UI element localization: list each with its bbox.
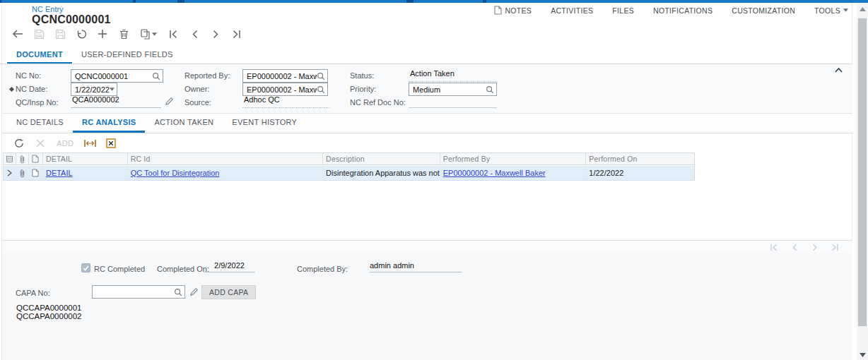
add-row-button[interactable]: ADD: [51, 136, 79, 151]
export-excel-icon[interactable]: [100, 136, 122, 151]
grid-next-page-button[interactable]: [804, 241, 825, 253]
copy-paste-button[interactable]: [134, 26, 163, 42]
top-strip-tick: [177, 0, 184, 3]
rc-completed-checkbox[interactable]: [81, 263, 90, 272]
nc-date-label: NC Date:: [16, 85, 47, 93]
search-icon[interactable]: [486, 85, 494, 94]
row-description: Disintegration Apparatus was not calibr.…: [323, 166, 440, 180]
qc-insp-no-label: QC/Insp No:: [16, 98, 59, 107]
grid-first-page-button[interactable]: [763, 241, 784, 253]
tools-button[interactable]: TOOLS: [814, 6, 848, 15]
notifications-button[interactable]: NOTIFICATIONS: [653, 6, 712, 15]
performed-by-link[interactable]: EP00000002 - Maxwell Baker: [443, 169, 546, 177]
nc-date-input[interactable]: 1/22/2022: [71, 83, 117, 96]
tab-nc-details[interactable]: NC DETAILS: [7, 114, 73, 133]
search-icon[interactable]: [152, 72, 160, 80]
tab-rc-analysis[interactable]: RC ANALYSIS: [73, 114, 145, 133]
nc-no-input[interactable]: QCNC0000001: [71, 69, 163, 83]
files-button[interactable]: FILES: [612, 6, 634, 15]
grid-pagination: [763, 241, 845, 253]
previous-record-button[interactable]: [184, 26, 205, 42]
note-icon: [494, 6, 502, 15]
customization-label: CUSTOMIZATION: [732, 6, 795, 15]
add-capa-button[interactable]: ADD CAPA: [201, 285, 256, 299]
refresh-button[interactable]: [8, 136, 30, 151]
tab-event-history[interactable]: EVENT HISTORY: [223, 114, 306, 133]
files-label: FILES: [612, 6, 634, 15]
column-header-detail[interactable]: DETAIL: [43, 153, 128, 164]
grid-row[interactable]: DETAIL QC Tool for Disintegration Disint…: [3, 166, 695, 181]
grid-prev-page-button[interactable]: [784, 241, 804, 253]
row-note-icon[interactable]: [29, 166, 43, 180]
chevron-down-icon[interactable]: [110, 88, 115, 91]
grid-header-row: DETAIL RC Id Description Performed By Pe…: [3, 152, 695, 165]
tab-action-taken[interactable]: ACTION TAKEN: [145, 114, 223, 133]
column-header-performed-on[interactable]: Performed On: [586, 153, 694, 164]
attachment-column-icon: [16, 153, 29, 164]
last-record-button[interactable]: [226, 26, 247, 42]
delete-row-button[interactable]: [30, 136, 51, 151]
breadcrumb[interactable]: NC Entry: [32, 5, 64, 13]
activities-button[interactable]: ACTIVITIES: [551, 6, 593, 15]
detail-link[interactable]: DETAIL: [46, 169, 73, 177]
nc-ref-doc-no-field[interactable]: [409, 95, 497, 108]
cancel-undo-button[interactable]: [71, 26, 92, 42]
edit-pencil-icon[interactable]: [189, 287, 199, 296]
priority-input[interactable]: Medium: [409, 83, 497, 96]
notes-button[interactable]: NOTES: [494, 6, 532, 15]
owner-input[interactable]: EP00000002 - Maxwell Bak: [242, 83, 328, 96]
source-value: Adhoc QC: [244, 95, 280, 104]
back-button[interactable]: [7, 26, 28, 42]
row-expand-icon[interactable]: [4, 166, 16, 180]
reported-by-input[interactable]: EP00000002 - Maxwell Bak: [242, 69, 328, 83]
row-settings-icon[interactable]: [4, 153, 16, 164]
top-strip-tick: [133, 0, 136, 3]
collapse-summary-button[interactable]: [835, 68, 843, 73]
scrollbar-thumb[interactable]: [858, 18, 867, 326]
scroll-up-button[interactable]: [859, 6, 866, 13]
fit-width-icon[interactable]: [79, 136, 100, 151]
completed-by-value: admin admin: [370, 258, 462, 272]
completed-on-label: Completed On:: [157, 265, 209, 273]
column-header-rc-id[interactable]: RC Id: [128, 153, 323, 164]
rc-id-link[interactable]: QC Tool for Disintegration: [131, 169, 220, 177]
document-summary-form: NC No: QCNC0000001 NC Date: 1/22/2022 QC…: [2, 64, 852, 114]
edit-pencil-icon[interactable]: [165, 97, 174, 106]
reported-by-label: Reported By:: [184, 71, 230, 80]
tab-user-defined-fields[interactable]: USER-DEFINED FIELDS: [72, 47, 182, 64]
status-label: Status:: [350, 71, 374, 80]
completed-by-label: Completed By:: [297, 265, 348, 273]
save-close-button[interactable]: [28, 26, 49, 42]
first-record-button[interactable]: [163, 26, 184, 42]
row-attachment-icon[interactable]: [16, 166, 29, 180]
tab-document[interactable]: DOCUMENT: [7, 47, 72, 64]
column-header-description[interactable]: Description: [323, 153, 440, 164]
capa-no-input[interactable]: [92, 285, 185, 299]
owner-label: Owner:: [184, 85, 209, 93]
search-icon[interactable]: [317, 72, 325, 80]
delete-record-button[interactable]: [113, 26, 134, 42]
priority-label: Priority:: [350, 85, 376, 93]
nc-entry-screen: NC Entry QCNC0000001 NOTES ACTIVITIES FI…: [0, 0, 868, 360]
insert-record-button[interactable]: [92, 26, 113, 42]
next-record-button[interactable]: [205, 26, 226, 42]
status-value: Action Taken: [410, 69, 454, 78]
capa-list-item: QCCAPA0000002: [16, 312, 81, 320]
owner-value: EP00000002 - Maxwell Bak: [247, 85, 317, 94]
activities-label: ACTIVITIES: [551, 6, 593, 15]
grid-last-page-button[interactable]: [825, 241, 845, 253]
rc-completion-panel: RC Completed Completed On: 2/9/2022 Comp…: [2, 253, 852, 360]
column-header-performed-by[interactable]: Performed By: [440, 153, 587, 164]
search-icon[interactable]: [174, 288, 182, 296]
customization-button[interactable]: CUSTOMIZATION: [732, 6, 795, 15]
rc-completed-label: RC Completed: [94, 265, 145, 273]
qc-insp-no-field[interactable]: QCA0000002: [71, 95, 161, 108]
top-strip-tick: [483, 0, 486, 3]
scroll-down-button[interactable]: [859, 352, 866, 359]
save-button[interactable]: [49, 26, 71, 42]
record-toolbar: [7, 26, 247, 42]
vertical-scrollbar[interactable]: [857, 3, 868, 360]
header-menu: NOTES ACTIVITIES FILES NOTIFICATIONS CUS…: [494, 6, 848, 15]
search-icon[interactable]: [317, 85, 325, 94]
chevron-down-icon: [843, 8, 848, 12]
